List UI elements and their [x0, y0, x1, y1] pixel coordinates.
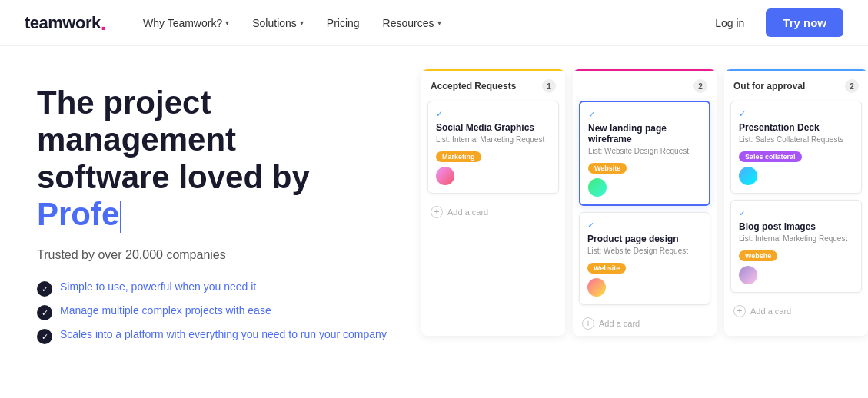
- add-card-accepted[interactable]: + Add a card: [421, 200, 565, 224]
- card-list-4: List: Sales Collateral Requests: [739, 135, 853, 144]
- hero-title-typed: Profe: [37, 196, 121, 232]
- hero-title-line1: The project management: [37, 85, 236, 158]
- kanban-board: Accepted Requests 1 ✓ Social Media Graph…: [421, 69, 868, 336]
- card-list-2: List: Website Design Request: [588, 147, 701, 155]
- hero-title: The project management software loved by…: [37, 85, 406, 233]
- nav-label-why-teamwork: Why Teamwork?: [143, 17, 222, 29]
- card-title-4: Presentation Deck: [739, 122, 853, 133]
- add-card-label: Add a card: [750, 307, 791, 316]
- add-card-new-landing[interactable]: + Add a card: [573, 311, 717, 336]
- nav-items: Why Teamwork? ▾ Solutions ▾ Pricing Reso…: [134, 11, 706, 35]
- col-count-out-approval: 2: [845, 79, 859, 93]
- text-cursor: [120, 201, 121, 233]
- login-button[interactable]: Log in: [706, 11, 753, 35]
- kanban-col-accepted: Accepted Requests 1 ✓ Social Media Graph…: [421, 69, 565, 336]
- check-icon: ✓: [37, 305, 52, 320]
- card-tag-3: Website: [587, 263, 626, 274]
- check-icon: ✓: [37, 329, 52, 344]
- nav-label-pricing: Pricing: [327, 17, 360, 29]
- nav-item-why-teamwork[interactable]: Why Teamwork? ▾: [134, 11, 238, 35]
- card-check-icon: ✓: [436, 109, 550, 119]
- hero-feature-1: ✓ Simple to use, powerful when you need …: [37, 280, 406, 297]
- avatar-4: [739, 167, 757, 185]
- chevron-down-icon: ▾: [225, 18, 229, 27]
- avatar-5: [739, 266, 757, 284]
- avatar-1: [436, 167, 454, 185]
- kanban-col-out-approval: Out for approval 2 ✓ Presentation Deck L…: [724, 69, 868, 336]
- card-title-3: Product page design: [587, 234, 702, 244]
- card-tag-2: Website: [588, 163, 627, 174]
- kanban-card-1[interactable]: ✓ Social Media Graphics List: Internal M…: [427, 101, 559, 194]
- nav-label-solutions: Solutions: [252, 17, 297, 29]
- card-tag-1: Marketing: [436, 151, 481, 162]
- feature-label-1: Simple to use, powerful when you need it: [60, 280, 256, 293]
- kanban-card-5[interactable]: ✓ Blog post images List: Internal Market…: [730, 200, 862, 293]
- col-label-accepted: Accepted Requests: [431, 81, 516, 91]
- add-plus-icon: +: [431, 206, 443, 218]
- chevron-down-icon: ▾: [300, 18, 304, 27]
- card-list-1: List: Internal Marketing Request: [436, 135, 550, 144]
- kanban-col-header-new-landing: 2: [573, 69, 717, 101]
- feature-label-3: Scales into a platform with everything y…: [60, 328, 387, 340]
- nav-label-resources: Resources: [383, 17, 434, 29]
- kanban-card-3[interactable]: ✓ Product page design List: Website Desi…: [579, 212, 710, 305]
- hero-subtitle: Trusted by over 20,000 companies: [37, 248, 406, 262]
- avatar-2: [588, 178, 607, 197]
- logo-text: teamwork: [25, 13, 101, 33]
- nav-item-resources[interactable]: Resources ▾: [374, 11, 451, 35]
- kanban-card-4[interactable]: ✓ Presentation Deck List: Sales Collater…: [730, 101, 862, 194]
- typed-text: Profe: [37, 196, 119, 232]
- add-card-label: Add a card: [447, 207, 488, 217]
- nav-item-solutions[interactable]: Solutions ▾: [243, 11, 313, 35]
- card-title-2: New landing page wireframe: [588, 123, 701, 144]
- add-plus-icon: +: [733, 305, 746, 317]
- kanban-cards-new-landing: ✓ New landing page wireframe List: Websi…: [573, 101, 717, 311]
- kanban-col-new-landing: 2 ✓ New landing page wireframe List: Web…: [573, 69, 717, 336]
- avatar-3: [587, 278, 606, 297]
- kanban-col-header-accepted: Accepted Requests 1: [421, 69, 565, 101]
- add-card-out-approval[interactable]: + Add a card: [724, 299, 868, 323]
- feature-label-2: Manage multiple complex projects with ea…: [60, 304, 271, 317]
- card-tag-4: Sales collateral: [739, 151, 802, 162]
- hero-features-list: ✓ Simple to use, powerful when you need …: [37, 280, 406, 344]
- card-title-5: Blog post images: [739, 221, 853, 232]
- try-now-button[interactable]: Try now: [766, 8, 843, 37]
- nav-item-pricing[interactable]: Pricing: [318, 11, 369, 35]
- card-check-icon: ✓: [588, 110, 701, 120]
- card-list-5: List: Internal Marketing Request: [739, 234, 853, 243]
- hero-left: The project management software loved by…: [37, 77, 406, 344]
- hero-title-line2: software loved by: [37, 159, 310, 195]
- card-title-1: Social Media Graphics: [436, 122, 550, 133]
- col-label-out-approval: Out for approval: [733, 81, 805, 91]
- add-plus-icon: +: [582, 317, 594, 330]
- add-card-label: Add a card: [599, 319, 640, 328]
- check-icon: ✓: [37, 281, 52, 297]
- logo[interactable]: teamwork.: [25, 12, 106, 34]
- kanban-cards-out-approval: ✓ Presentation Deck List: Sales Collater…: [724, 101, 868, 299]
- card-tag-5: Website: [739, 250, 777, 261]
- kanban-col-header-out-approval: Out for approval 2: [724, 69, 868, 101]
- navbar: teamwork. Why Teamwork? ▾ Solutions ▾ Pr…: [0, 0, 868, 46]
- kanban-cards-accepted: ✓ Social Media Graphics List: Internal M…: [421, 101, 565, 200]
- card-check-icon: ✓: [739, 208, 853, 218]
- hero-section: The project management software loved by…: [0, 46, 868, 398]
- card-check-icon: ✓: [587, 221, 702, 231]
- card-list-3: List: Website Design Request: [587, 247, 702, 255]
- col-count-new-landing: 2: [693, 79, 707, 93]
- chevron-down-icon: ▾: [437, 18, 441, 27]
- hero-feature-2: ✓ Manage multiple complex projects with …: [37, 304, 406, 320]
- col-count-accepted: 1: [542, 79, 556, 93]
- kanban-card-2[interactable]: ✓ New landing page wireframe List: Websi…: [579, 101, 710, 206]
- card-check-icon: ✓: [739, 109, 853, 119]
- hero-feature-3: ✓ Scales into a platform with everything…: [37, 328, 406, 344]
- logo-dot: .: [101, 12, 106, 34]
- nav-actions: Log in Try now: [706, 8, 843, 37]
